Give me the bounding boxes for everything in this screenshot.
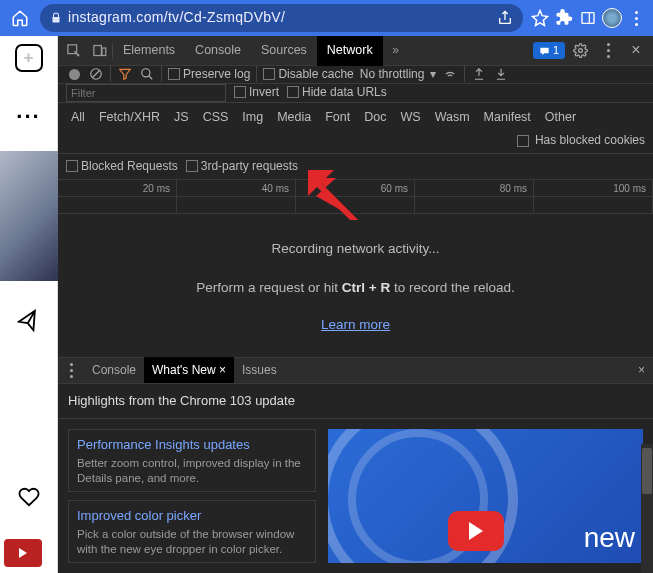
lock-icon [50, 12, 62, 24]
filter-input[interactable] [66, 84, 226, 102]
svg-rect-0 [582, 13, 594, 24]
search-icon[interactable] [139, 66, 155, 82]
svg-rect-3 [93, 46, 101, 56]
filter-css[interactable]: CSS [198, 107, 234, 129]
devtools-panel: Elements Console Sources Network » 1 × [58, 36, 653, 573]
filter-manifest[interactable]: Manifest [479, 107, 536, 129]
devtools-drawer: Console What's New × Issues × Highlights… [58, 357, 653, 573]
drawer-close-icon[interactable]: × [630, 362, 653, 379]
filter-ws[interactable]: WS [395, 107, 425, 129]
chevron-down-icon[interactable]: ▾ [430, 66, 436, 83]
filter-doc[interactable]: Doc [359, 107, 391, 129]
learn-more-link[interactable]: Learn more [58, 316, 653, 335]
star-icon[interactable] [529, 7, 551, 29]
blocked-requests-checkbox[interactable]: Blocked Requests [66, 158, 178, 175]
tab-network[interactable]: Network [317, 36, 383, 66]
url-bar[interactable]: instagram.com/tv/Cd-ZsmqDVbV/ [40, 4, 523, 32]
drawer-tab-console[interactable]: Console [84, 357, 144, 383]
third-party-checkbox[interactable]: 3rd-party requests [186, 158, 298, 175]
inspect-icon[interactable] [60, 38, 86, 64]
hide-data-urls-checkbox[interactable]: Hide data URLs [287, 84, 387, 101]
upload-icon[interactable] [471, 66, 487, 82]
instagram-page-strip: + ··· [0, 36, 58, 573]
more-icon[interactable]: ··· [16, 102, 40, 133]
scrollbar[interactable] [641, 444, 653, 573]
home-button[interactable] [6, 4, 34, 32]
device-toggle-icon[interactable] [86, 38, 112, 64]
download-icon[interactable] [493, 66, 509, 82]
invert-checkbox[interactable]: Invert [234, 84, 279, 101]
tab-console[interactable]: Console [185, 36, 251, 66]
extensions-icon[interactable] [553, 7, 575, 29]
filter-other[interactable]: Other [540, 107, 581, 129]
chrome-toolbar: instagram.com/tv/Cd-ZsmqDVbV/ [0, 0, 653, 36]
devtools-menu-icon[interactable] [595, 38, 621, 64]
mini-video-thumbnail[interactable] [4, 539, 42, 567]
feedback-badge[interactable]: 1 [533, 42, 565, 59]
tab-elements[interactable]: Elements [113, 36, 185, 66]
like-icon[interactable] [18, 486, 40, 513]
video-thumbnail[interactable] [0, 151, 58, 281]
waterfall-area [58, 197, 653, 214]
filter-img[interactable]: Img [237, 107, 268, 129]
share-icon[interactable] [497, 10, 513, 26]
record-button[interactable] [66, 66, 82, 82]
close-tab-icon[interactable]: × [219, 362, 226, 379]
whats-new-video[interactable]: new [328, 429, 643, 563]
filter-all[interactable]: All [66, 107, 90, 129]
svg-line-9 [149, 76, 153, 80]
close-icon[interactable]: × [623, 38, 649, 64]
whats-new-card[interactable]: Improved color picker Pick a color outsi… [68, 500, 316, 563]
filter-icon[interactable] [117, 66, 133, 82]
panel-icon[interactable] [577, 7, 599, 29]
add-story-button[interactable]: + [15, 44, 43, 72]
profile-avatar[interactable] [601, 7, 623, 29]
filter-js[interactable]: JS [169, 107, 194, 129]
has-blocked-cookies-checkbox[interactable]: Has blocked cookies [517, 132, 645, 149]
whats-new-card[interactable]: Performance Insights updates Better zoom… [68, 429, 316, 492]
svg-point-5 [578, 49, 582, 53]
svg-line-7 [93, 71, 100, 78]
wifi-icon[interactable] [442, 66, 458, 82]
recording-status: Recording network activity... [58, 240, 653, 259]
gear-icon[interactable] [567, 38, 593, 64]
filter-font[interactable]: Font [320, 107, 355, 129]
disable-cache-checkbox[interactable]: Disable cache [263, 66, 353, 83]
play-icon[interactable] [448, 511, 504, 551]
preserve-log-checkbox[interactable]: Preserve log [168, 66, 250, 83]
throttling-select[interactable]: No throttling [360, 66, 425, 83]
tab-sources[interactable]: Sources [251, 36, 317, 66]
share-icon[interactable] [14, 308, 42, 340]
filter-media[interactable]: Media [272, 107, 316, 129]
filter-fetch[interactable]: Fetch/XHR [94, 107, 165, 129]
svg-point-8 [142, 69, 150, 77]
clear-icon[interactable] [88, 66, 104, 82]
drawer-tab-issues[interactable]: Issues [234, 357, 285, 383]
url-text: instagram.com/tv/Cd-ZsmqDVbV/ [68, 8, 491, 28]
whats-new-heading: Highlights from the Chrome 103 update [58, 384, 653, 419]
timeline-ruler: 20 ms40 ms60 ms80 ms100 ms [58, 180, 653, 197]
recording-hint: Perform a request or hit Ctrl + R to rec… [58, 279, 653, 298]
more-tabs-icon[interactable]: » [383, 38, 409, 64]
chrome-menu[interactable] [625, 7, 647, 29]
drawer-menu-icon[interactable] [58, 357, 84, 383]
filter-wasm[interactable]: Wasm [430, 107, 475, 129]
drawer-tab-whats-new[interactable]: What's New × [144, 357, 234, 383]
svg-rect-4 [102, 48, 106, 56]
